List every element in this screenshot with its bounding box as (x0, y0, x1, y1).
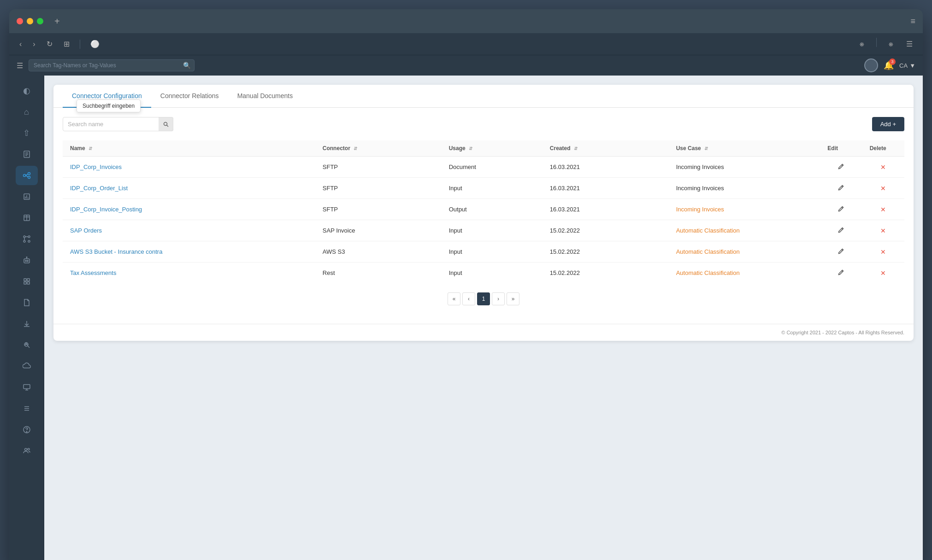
table-header: Name ⇵ Connector ⇵ Usage ⇵ (63, 140, 904, 157)
delete-button-3[interactable]: ✕ (878, 226, 889, 235)
cell-connector-3: SAP Invoice (315, 220, 442, 241)
sidebar-item-bot[interactable] (16, 251, 38, 270)
sidebar-item-grid2[interactable] (16, 272, 38, 291)
svg-point-17 (28, 236, 30, 238)
sidebar-item-documents[interactable] (16, 145, 38, 164)
search-input[interactable] (63, 117, 173, 131)
edit-button-1[interactable] (835, 183, 847, 193)
tab-manual-documents[interactable]: Manual Documents (228, 85, 302, 108)
user-menu-button[interactable]: CA ▼ (899, 62, 915, 69)
content-card: Connector Configuration Connector Relati… (53, 85, 914, 341)
add-button[interactable]: Add + (872, 117, 904, 131)
sidebar-item-search2[interactable] (16, 335, 38, 355)
svg-line-50 (842, 228, 843, 229)
edit-button-0[interactable] (835, 162, 847, 172)
sidebar-item-reports[interactable] (16, 187, 38, 206)
usecase-0: Incoming Invoices (676, 163, 724, 170)
sidebar-item-connectors[interactable] (16, 166, 38, 185)
cell-usage-0: Document (442, 157, 543, 178)
toolbar: Suchbegriff eingeben Add + (63, 117, 904, 131)
search-tooltip: Suchbegriff eingeben (77, 99, 141, 112)
usecase-2[interactable]: Incoming Invoices (676, 206, 724, 213)
cell-usage-3: Input (442, 220, 543, 241)
sidebar-item-upload[interactable]: ⇧ (16, 123, 38, 143)
name-link-5[interactable]: Tax Assessments (70, 269, 116, 276)
cell-connector-2: SFTP (315, 199, 442, 220)
search-button[interactable] (159, 117, 173, 131)
page-1-button[interactable]: 1 (477, 292, 490, 305)
usecase-4[interactable]: Automatic Classification (676, 248, 740, 255)
search-wrapper: Suchbegriff eingeben (63, 117, 173, 131)
tag-search-input[interactable] (29, 59, 195, 71)
sort-icon-connector[interactable]: ⇵ (354, 146, 357, 151)
sidebar-item-table[interactable] (16, 208, 38, 228)
cell-delete-1: ✕ (862, 178, 904, 199)
usecase-5[interactable]: Automatic Classification (676, 269, 740, 276)
cell-edit-2 (820, 199, 862, 220)
hamburger-button[interactable]: ☰ (17, 61, 23, 70)
window: + ≡ ‹ › ↻ ⊞ ⚪ ⎈ ⎈ ☰ ☰ 🔍 🔔 3 CA (9, 9, 923, 560)
sidebar-item-help[interactable] (16, 420, 38, 439)
svg-point-34 (25, 343, 27, 344)
edit-button-5[interactable] (835, 268, 847, 278)
user-chevron-icon: ▼ (909, 62, 915, 69)
edit-button-3[interactable] (835, 226, 847, 235)
table-row: SAP Orders SAP Invoice Input 15.02.2022 … (63, 220, 904, 241)
sort-icon-usecase[interactable]: ⇵ (704, 146, 708, 151)
delete-button-2[interactable]: ✕ (878, 205, 889, 214)
svg-point-19 (28, 240, 30, 242)
sidebar-item-list[interactable] (16, 399, 38, 418)
name-link-2[interactable]: IDP_Corp_Invoice_Posting (70, 206, 142, 213)
close-button[interactable] (17, 18, 23, 24)
cell-name-4: AWS S3 Bucket - Insurance contra (63, 241, 315, 262)
page-first-button[interactable]: « (448, 292, 460, 305)
sidebar-item-cloud[interactable] (16, 356, 38, 376)
sort-icon-name[interactable]: ⇵ (88, 146, 92, 151)
sidebar-item-users[interactable] (16, 441, 38, 461)
minimize-button[interactable] (27, 18, 33, 24)
page-next-button[interactable]: › (492, 292, 505, 305)
svg-rect-22 (24, 259, 29, 263)
usecase-3[interactable]: Automatic Classification (676, 227, 740, 234)
sort-icon-usage[interactable]: ⇵ (469, 146, 472, 151)
reload-button[interactable]: ↻ (44, 38, 55, 50)
share-button[interactable]: ⎈ (886, 38, 896, 50)
forward-button[interactable]: › (30, 38, 38, 50)
sidebar-item-flow[interactable] (16, 229, 38, 249)
edit-button-4[interactable] (835, 247, 847, 257)
sidebar-item-download[interactable] (16, 314, 38, 333)
edit-button-2[interactable] (835, 204, 847, 214)
svg-line-48 (842, 186, 843, 187)
sort-icon-created[interactable]: ⇵ (574, 146, 578, 151)
cell-edit-5 (820, 262, 862, 284)
table-row: IDP_Corp_Invoices SFTP Document 16.03.20… (63, 157, 904, 178)
sidebar-item-home[interactable]: ⌂ (16, 102, 38, 122)
sidebar-item-monitor[interactable] (16, 378, 38, 397)
globe-button[interactable]: ⚪ (88, 38, 102, 50)
camera-button[interactable]: ⎈ (857, 38, 867, 50)
table-row: IDP_Corp_Order_List SFTP Input 16.03.202… (63, 178, 904, 199)
nav-separator-2 (876, 38, 877, 47)
cell-delete-0: ✕ (862, 157, 904, 178)
new-tab-button[interactable]: + (54, 16, 60, 27)
sidebar-item-file[interactable] (16, 293, 38, 312)
page-prev-button[interactable]: ‹ (462, 292, 475, 305)
delete-button-0[interactable]: ✕ (878, 163, 889, 172)
notification-button[interactable]: 🔔 3 (884, 60, 894, 70)
name-link-4[interactable]: AWS S3 Bucket - Insurance contra (70, 248, 162, 255)
name-link-1[interactable]: IDP_Corp_Order_List (70, 185, 128, 192)
delete-button-4[interactable]: ✕ (878, 247, 889, 257)
grid-button[interactable]: ⊞ (61, 38, 72, 50)
settings-button[interactable]: ☰ (903, 38, 915, 50)
tab-connector-relations[interactable]: Connector Relations (151, 85, 228, 108)
delete-button-5[interactable]: ✕ (878, 268, 889, 278)
delete-button-1[interactable]: ✕ (878, 184, 889, 193)
maximize-button[interactable] (37, 18, 43, 24)
nav-bar: ‹ › ↻ ⊞ ⚪ ⎈ ⎈ ☰ (9, 33, 923, 55)
page-last-button[interactable]: » (507, 292, 519, 305)
back-button[interactable]: ‹ (17, 38, 24, 50)
name-link-3[interactable]: SAP Orders (70, 227, 102, 234)
svg-rect-30 (27, 282, 29, 284)
name-link-0[interactable]: IDP_Corp_Invoices (70, 163, 122, 170)
sidebar-item-theme[interactable]: ◐ (16, 81, 38, 100)
